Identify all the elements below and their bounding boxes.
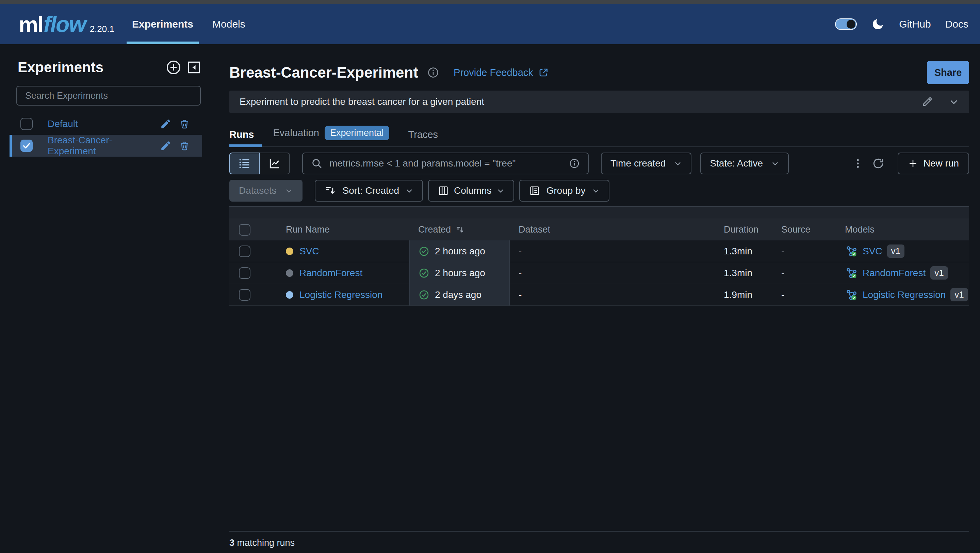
model-link[interactable]: SVC (862, 246, 882, 257)
chevron-down-icon (285, 186, 293, 195)
run-status-dot (286, 291, 293, 299)
registered-model-icon (845, 267, 858, 280)
edit-description-icon[interactable] (921, 96, 933, 108)
experiment-description-panel: Experiment to predict the breast cancer … (229, 91, 969, 113)
matching-runs-label: matching runs (234, 538, 295, 548)
header-created[interactable]: Created (409, 219, 510, 241)
moon-icon (871, 18, 885, 31)
row-checkbox[interactable] (239, 267, 250, 279)
table-controls: Datasets Sort: Created Columns Group by (229, 180, 969, 202)
main-content: Breast-Cancer-Experiment Provide Feedbac… (211, 44, 980, 553)
header-duration-label: Duration (724, 225, 759, 235)
run-name-link[interactable]: Logistic Regression (299, 289, 382, 300)
logo-ml-text: ml (19, 12, 43, 37)
search-icon (311, 158, 323, 169)
run-duration: 1.3min (724, 268, 752, 279)
theme-toggle-knob (846, 20, 856, 29)
table-header-row: Run Name Created Dataset Duration Source… (229, 218, 969, 241)
row-checkbox[interactable] (239, 289, 250, 301)
select-all-checkbox[interactable] (239, 224, 250, 236)
nav-tab-experiments[interactable]: Experiments (131, 4, 194, 44)
chevron-down-icon (496, 186, 504, 195)
row-checkbox[interactable] (239, 245, 250, 257)
run-success-icon (418, 289, 430, 300)
edit-experiment-icon[interactable] (160, 140, 172, 151)
table-row: RandomForest 2 hours ago - 1.3min - Rand… (229, 262, 969, 284)
sort-icon (324, 185, 337, 197)
table-row: SVC 2 hours ago - 1.3min - SVC v1 (229, 241, 969, 262)
search-info-icon[interactable] (569, 158, 580, 169)
tab-evaluation[interactable]: Evaluation Experimental (273, 126, 389, 147)
chevron-down-icon (405, 186, 414, 195)
header-run-name-label: Run Name (286, 225, 330, 235)
run-created-time: 2 days ago (435, 289, 482, 300)
run-dataset: - (519, 246, 522, 257)
run-search-input[interactable] (329, 158, 562, 169)
registered-model-icon (845, 288, 858, 301)
docs-link[interactable]: Docs (945, 18, 969, 30)
delete-experiment-icon[interactable] (179, 118, 190, 129)
collapse-sidebar-icon[interactable] (186, 60, 202, 75)
experimental-badge: Experimental (325, 126, 389, 140)
experiment-item-default[interactable]: Default (10, 113, 202, 135)
collapse-description-icon[interactable] (949, 97, 959, 107)
run-name-link[interactable]: RandomForest (299, 268, 363, 279)
run-name-link[interactable]: SVC (299, 246, 319, 257)
group-by-label: Group by (546, 185, 585, 196)
mlflow-logo[interactable]: ml flow 2.20.1 (19, 11, 115, 37)
run-source: - (781, 246, 784, 257)
model-link[interactable]: RandomForest (862, 268, 926, 279)
version-label: 2.20.1 (90, 24, 115, 34)
runs-toolbar: Time created State: Active New run (229, 153, 969, 174)
state-filter-label: State: Active (710, 158, 763, 169)
header-duration[interactable]: Duration (716, 219, 776, 241)
provide-feedback-link[interactable]: Provide Feedback (453, 67, 549, 78)
table-group-band (229, 206, 969, 218)
plus-icon (908, 158, 918, 169)
list-view-icon (238, 157, 251, 170)
header-source[interactable]: Source (776, 219, 839, 241)
datasets-dropdown[interactable]: Datasets (229, 180, 302, 202)
edit-experiment-icon[interactable] (160, 118, 172, 130)
columns-dropdown[interactable]: Columns (428, 180, 514, 202)
more-options-icon[interactable] (848, 158, 868, 169)
sort-dropdown[interactable]: Sort: Created (315, 180, 423, 202)
refresh-icon[interactable] (868, 157, 889, 170)
experiment-link[interactable]: Breast-Cancer-Experiment (48, 135, 160, 157)
experiment-item-breast-cancer[interactable]: Breast-Cancer-Experiment (10, 135, 202, 157)
state-filter-dropdown[interactable]: State: Active (700, 153, 789, 174)
search-experiments-input[interactable] (16, 86, 201, 105)
run-duration: 1.9min (724, 289, 752, 300)
matching-runs-footer: 3 matching runs (229, 531, 969, 548)
tab-runs[interactable]: Runs (229, 129, 254, 147)
header-models[interactable]: Models (839, 219, 969, 241)
matching-runs-count: 3 (229, 538, 234, 548)
tab-traces-label: Traces (408, 129, 438, 140)
page-title: Breast-Cancer-Experiment (229, 64, 418, 81)
github-link[interactable]: GitHub (899, 18, 931, 30)
top-navbar: ml flow 2.20.1 Experiments Models GitHub… (0, 4, 980, 44)
header-run-name[interactable]: Run Name (262, 219, 409, 241)
experiment-checkbox[interactable] (21, 118, 33, 130)
create-experiment-icon[interactable] (166, 60, 181, 75)
share-button[interactable]: Share (927, 61, 969, 84)
group-by-dropdown[interactable]: Group by (519, 180, 609, 202)
chevron-down-icon (771, 159, 779, 167)
experiment-link[interactable]: Default (48, 118, 78, 129)
tab-traces[interactable]: Traces (408, 129, 438, 147)
info-icon[interactable] (427, 66, 439, 79)
run-search-box (302, 153, 589, 174)
list-view-button[interactable] (229, 153, 259, 174)
delete-experiment-icon[interactable] (179, 140, 190, 151)
nav-tab-models-label: Models (212, 18, 245, 30)
new-run-button[interactable]: New run (898, 153, 969, 174)
model-link[interactable]: Logistic Regression (862, 289, 946, 300)
nav-tab-models[interactable]: Models (212, 4, 246, 44)
chevron-down-icon (592, 186, 600, 195)
theme-toggle[interactable] (835, 18, 857, 30)
header-dataset[interactable]: Dataset (510, 219, 716, 241)
experiment-checkbox-checked[interactable] (21, 140, 33, 152)
time-created-dropdown[interactable]: Time created (601, 153, 692, 174)
header-models-label: Models (845, 225, 875, 235)
chart-view-button[interactable] (259, 153, 290, 174)
